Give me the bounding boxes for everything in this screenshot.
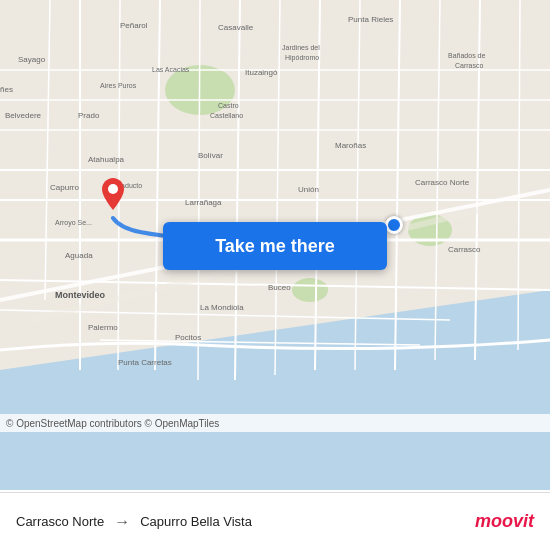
svg-text:Aires Puros: Aires Puros [100,82,137,89]
svg-text:Buceo: Buceo [268,283,291,292]
svg-text:Carrasco: Carrasco [455,62,484,69]
svg-text:Maroñas: Maroñas [335,141,366,150]
svg-text:Punta Carretas: Punta Carretas [118,358,172,367]
svg-text:Bañados de: Bañados de [448,52,485,59]
svg-point-7 [292,278,328,302]
bottom-bar: Carrasco Norte → Capurro Bella Vista moo… [0,492,550,550]
take-me-there-button[interactable]: Take me there [163,222,387,270]
svg-text:Prado: Prado [78,111,100,120]
svg-text:Pocitos: Pocitos [175,333,201,342]
route-from: Carrasco Norte [16,514,104,529]
svg-text:Jardines del: Jardines del [282,44,320,51]
svg-text:Belvedere: Belvedere [5,111,42,120]
destination-marker [102,178,124,208]
svg-text:Atahualpa: Atahualpa [88,155,125,164]
svg-text:Aguada: Aguada [65,251,93,260]
svg-text:Punta Rieles: Punta Rieles [348,15,393,24]
svg-text:Bolívar: Bolívar [198,151,223,160]
svg-text:Carrasco Norte: Carrasco Norte [415,178,470,187]
moovit-text: moovit [475,511,534,532]
svg-text:Las Acacias: Las Acacias [152,66,190,73]
svg-text:Peñarol: Peñarol [120,21,148,30]
svg-text:La Mondiola: La Mondiola [200,303,244,312]
route-arrow: → [114,513,130,531]
svg-text:ñes: ñes [0,85,13,94]
svg-text:Larrañaga: Larrañaga [185,198,222,207]
svg-text:Ituzaingó: Ituzaingó [245,68,278,77]
svg-text:Hipódromo: Hipódromo [285,54,319,62]
route-to: Capurro Bella Vista [140,514,252,529]
svg-text:Unión: Unión [298,185,319,194]
attribution-text: © OpenStreetMap contributors © OpenMapTi… [6,418,219,429]
origin-marker [385,216,403,234]
svg-text:Casavalle: Casavalle [218,23,254,32]
svg-text:Montevideo: Montevideo [55,290,106,300]
map-attribution: © OpenStreetMap contributors © OpenMapTi… [0,414,550,432]
svg-text:Carrasco: Carrasco [448,245,481,254]
map-container: Sayago Belvedere Prado Capurro Atahualpa… [0,0,550,490]
svg-text:Castellano: Castellano [210,112,243,119]
svg-text:Capurro: Capurro [50,183,79,192]
svg-point-66 [108,184,118,194]
svg-text:Sayago: Sayago [18,55,46,64]
svg-text:Castro: Castro [218,102,239,109]
route-info: Carrasco Norte → Capurro Bella Vista [16,513,475,531]
svg-text:Arroyo Se...: Arroyo Se... [55,219,92,227]
moovit-logo: moovit [475,511,534,532]
svg-text:Palermo: Palermo [88,323,118,332]
